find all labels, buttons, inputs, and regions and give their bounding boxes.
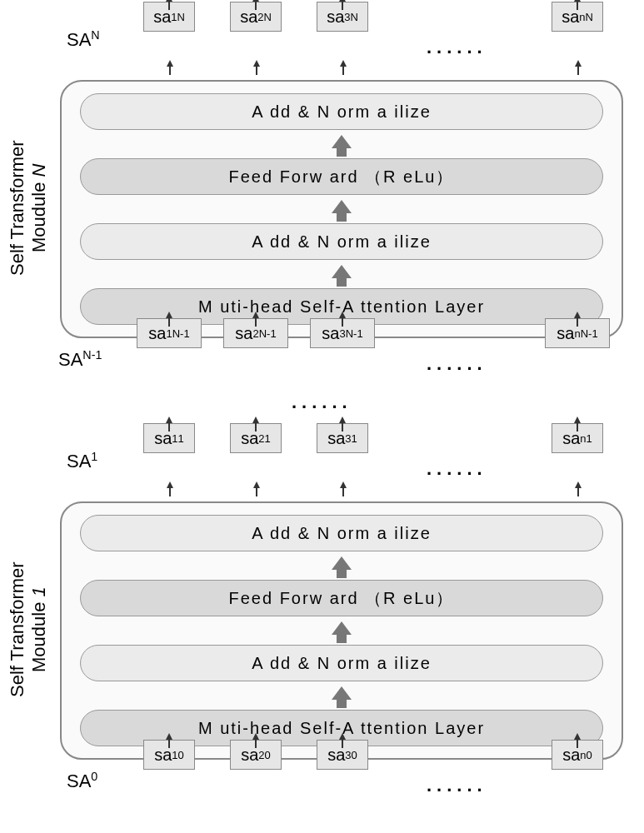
arrow-up-icon bbox=[574, 416, 581, 423]
arrow-up-icon bbox=[166, 312, 172, 318]
between-dots: ...... bbox=[292, 392, 352, 413]
arrow-up-icon bbox=[339, 416, 346, 423]
arrow-up-icon bbox=[167, 481, 173, 488]
module-label-1: Self Transformer Moudule 1 bbox=[7, 513, 51, 746]
layer-add-norm-top: A dd & N orm a ilize bbox=[80, 515, 603, 551]
layer-add-norm-mid: A dd & N orm a ilize bbox=[80, 645, 603, 681]
arrow-up-icon bbox=[340, 481, 347, 488]
layer-feed-forward: Feed Forw ard （R eLu） bbox=[80, 158, 603, 195]
row-label-sa-0: SA0 bbox=[67, 770, 97, 792]
arrow-up-icon bbox=[252, 416, 259, 423]
arrow-up-icon bbox=[575, 60, 582, 67]
arrow-up-icon bbox=[167, 60, 173, 67]
module-box-n: A dd & N orm a ilize Feed Forw ard （R eL… bbox=[60, 80, 623, 338]
layer-feed-forward: Feed Forw ard （R eLu） bbox=[80, 580, 603, 616]
arrow-up-icon bbox=[166, 416, 172, 423]
arrow-up-icon bbox=[574, 733, 581, 740]
arrow-up-icon bbox=[166, 733, 172, 740]
arrow-up-icon bbox=[339, 733, 346, 740]
dots: ...... bbox=[427, 353, 487, 375]
layer-add-norm-top: A dd & N orm a ilize bbox=[80, 93, 603, 130]
module-label-n: Self Transformer Moudule N bbox=[7, 92, 51, 325]
module-box-1: A dd & N orm a ilize Feed Forw ard （R eL… bbox=[60, 501, 623, 760]
dots: ...... bbox=[427, 775, 487, 796]
arrow-up-icon bbox=[574, 312, 581, 318]
arrow-up-icon bbox=[253, 60, 260, 67]
dots: ...... bbox=[427, 458, 487, 480]
dots: ...... bbox=[427, 37, 487, 58]
row-label-sa-n: SAN bbox=[67, 28, 100, 51]
arrow-up-icon bbox=[252, 733, 259, 740]
arrow-up-icon bbox=[574, 0, 581, 2]
layer-add-norm-mid: A dd & N orm a ilize bbox=[80, 223, 603, 260]
arrow-up-icon bbox=[166, 0, 172, 2]
arrow-up-icon bbox=[252, 0, 259, 2]
arrow-up-icon bbox=[339, 312, 346, 318]
row-label-sa-1: SA1 bbox=[67, 450, 97, 472]
arrow-up-icon bbox=[252, 312, 259, 318]
arrow-up-icon bbox=[253, 481, 260, 488]
arrow-up-icon bbox=[339, 0, 346, 2]
row-label-sa-nm1: SAN-1 bbox=[58, 348, 102, 371]
arrow-up-icon bbox=[340, 60, 347, 67]
arrow-up-icon bbox=[575, 481, 582, 488]
